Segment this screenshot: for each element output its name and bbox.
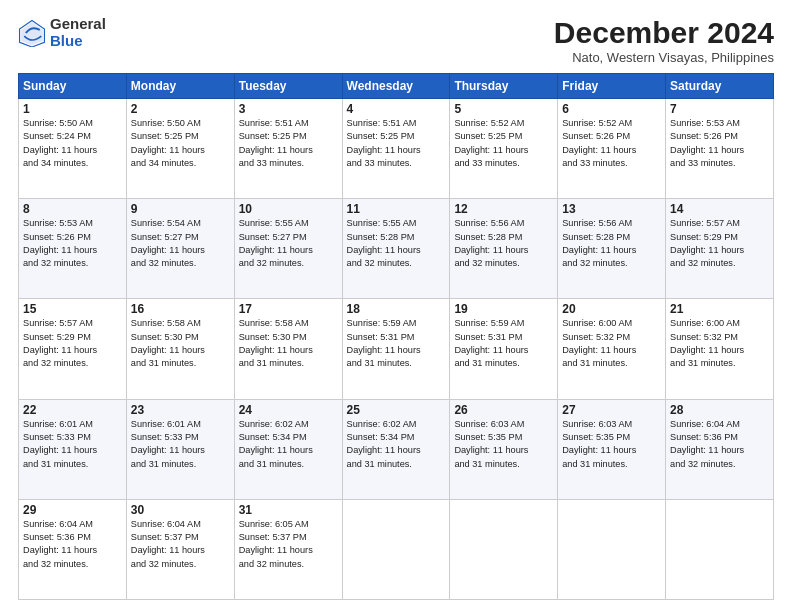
table-row: 25Sunrise: 6:02 AM Sunset: 5:34 PM Dayli… <box>342 399 450 499</box>
logo: General Blue <box>18 16 106 49</box>
day-info: Sunrise: 6:05 AM Sunset: 5:37 PM Dayligh… <box>239 518 338 571</box>
day-info: Sunrise: 6:03 AM Sunset: 5:35 PM Dayligh… <box>562 418 661 471</box>
table-row: 14Sunrise: 5:57 AM Sunset: 5:29 PM Dayli… <box>666 199 774 299</box>
day-info: Sunrise: 5:54 AM Sunset: 5:27 PM Dayligh… <box>131 217 230 270</box>
calendar-header-row: Sunday Monday Tuesday Wednesday Thursday… <box>19 74 774 99</box>
day-number: 1 <box>23 102 122 116</box>
table-row: 5Sunrise: 5:52 AM Sunset: 5:25 PM Daylig… <box>450 99 558 199</box>
day-info: Sunrise: 6:02 AM Sunset: 5:34 PM Dayligh… <box>239 418 338 471</box>
day-info: Sunrise: 5:59 AM Sunset: 5:31 PM Dayligh… <box>347 317 446 370</box>
day-number: 12 <box>454 202 553 216</box>
calendar-week-row: 1Sunrise: 5:50 AM Sunset: 5:24 PM Daylig… <box>19 99 774 199</box>
day-info: Sunrise: 5:51 AM Sunset: 5:25 PM Dayligh… <box>239 117 338 170</box>
subtitle: Nato, Western Visayas, Philippines <box>554 50 774 65</box>
table-row: 6Sunrise: 5:52 AM Sunset: 5:26 PM Daylig… <box>558 99 666 199</box>
day-number: 30 <box>131 503 230 517</box>
day-info: Sunrise: 6:02 AM Sunset: 5:34 PM Dayligh… <box>347 418 446 471</box>
day-info: Sunrise: 5:56 AM Sunset: 5:28 PM Dayligh… <box>562 217 661 270</box>
day-number: 2 <box>131 102 230 116</box>
day-info: Sunrise: 6:04 AM Sunset: 5:36 PM Dayligh… <box>23 518 122 571</box>
calendar-week-row: 15Sunrise: 5:57 AM Sunset: 5:29 PM Dayli… <box>19 299 774 399</box>
day-info: Sunrise: 5:57 AM Sunset: 5:29 PM Dayligh… <box>670 217 769 270</box>
day-info: Sunrise: 6:04 AM Sunset: 5:36 PM Dayligh… <box>670 418 769 471</box>
day-number: 16 <box>131 302 230 316</box>
table-row: 18Sunrise: 5:59 AM Sunset: 5:31 PM Dayli… <box>342 299 450 399</box>
day-number: 31 <box>239 503 338 517</box>
table-row: 24Sunrise: 6:02 AM Sunset: 5:34 PM Dayli… <box>234 399 342 499</box>
day-number: 21 <box>670 302 769 316</box>
table-row: 7Sunrise: 5:53 AM Sunset: 5:26 PM Daylig… <box>666 99 774 199</box>
day-number: 23 <box>131 403 230 417</box>
calendar-week-row: 22Sunrise: 6:01 AM Sunset: 5:33 PM Dayli… <box>19 399 774 499</box>
day-info: Sunrise: 6:00 AM Sunset: 5:32 PM Dayligh… <box>562 317 661 370</box>
header: General Blue December 2024 Nato, Western… <box>18 16 774 65</box>
day-number: 4 <box>347 102 446 116</box>
day-number: 19 <box>454 302 553 316</box>
table-row: 17Sunrise: 5:58 AM Sunset: 5:30 PM Dayli… <box>234 299 342 399</box>
title-area: December 2024 Nato, Western Visayas, Phi… <box>554 16 774 65</box>
day-info: Sunrise: 5:55 AM Sunset: 5:27 PM Dayligh… <box>239 217 338 270</box>
table-row: 15Sunrise: 5:57 AM Sunset: 5:29 PM Dayli… <box>19 299 127 399</box>
day-number: 29 <box>23 503 122 517</box>
table-row <box>666 499 774 599</box>
col-saturday: Saturday <box>666 74 774 99</box>
table-row: 30Sunrise: 6:04 AM Sunset: 5:37 PM Dayli… <box>126 499 234 599</box>
day-info: Sunrise: 6:00 AM Sunset: 5:32 PM Dayligh… <box>670 317 769 370</box>
table-row: 4Sunrise: 5:51 AM Sunset: 5:25 PM Daylig… <box>342 99 450 199</box>
table-row <box>558 499 666 599</box>
day-number: 6 <box>562 102 661 116</box>
day-number: 24 <box>239 403 338 417</box>
calendar-week-row: 8Sunrise: 5:53 AM Sunset: 5:26 PM Daylig… <box>19 199 774 299</box>
day-number: 5 <box>454 102 553 116</box>
table-row: 22Sunrise: 6:01 AM Sunset: 5:33 PM Dayli… <box>19 399 127 499</box>
day-number: 18 <box>347 302 446 316</box>
day-number: 10 <box>239 202 338 216</box>
day-info: Sunrise: 6:04 AM Sunset: 5:37 PM Dayligh… <box>131 518 230 571</box>
calendar-week-row: 29Sunrise: 6:04 AM Sunset: 5:36 PM Dayli… <box>19 499 774 599</box>
day-info: Sunrise: 6:03 AM Sunset: 5:35 PM Dayligh… <box>454 418 553 471</box>
col-wednesday: Wednesday <box>342 74 450 99</box>
day-info: Sunrise: 5:56 AM Sunset: 5:28 PM Dayligh… <box>454 217 553 270</box>
table-row: 27Sunrise: 6:03 AM Sunset: 5:35 PM Dayli… <box>558 399 666 499</box>
day-info: Sunrise: 5:58 AM Sunset: 5:30 PM Dayligh… <box>239 317 338 370</box>
day-number: 17 <box>239 302 338 316</box>
table-row: 31Sunrise: 6:05 AM Sunset: 5:37 PM Dayli… <box>234 499 342 599</box>
day-info: Sunrise: 5:57 AM Sunset: 5:29 PM Dayligh… <box>23 317 122 370</box>
day-number: 14 <box>670 202 769 216</box>
table-row: 8Sunrise: 5:53 AM Sunset: 5:26 PM Daylig… <box>19 199 127 299</box>
day-info: Sunrise: 5:53 AM Sunset: 5:26 PM Dayligh… <box>23 217 122 270</box>
day-number: 25 <box>347 403 446 417</box>
table-row: 13Sunrise: 5:56 AM Sunset: 5:28 PM Dayli… <box>558 199 666 299</box>
day-info: Sunrise: 5:59 AM Sunset: 5:31 PM Dayligh… <box>454 317 553 370</box>
table-row: 10Sunrise: 5:55 AM Sunset: 5:27 PM Dayli… <box>234 199 342 299</box>
day-info: Sunrise: 5:53 AM Sunset: 5:26 PM Dayligh… <box>670 117 769 170</box>
table-row: 3Sunrise: 5:51 AM Sunset: 5:25 PM Daylig… <box>234 99 342 199</box>
day-info: Sunrise: 5:52 AM Sunset: 5:26 PM Dayligh… <box>562 117 661 170</box>
table-row <box>450 499 558 599</box>
day-number: 11 <box>347 202 446 216</box>
day-info: Sunrise: 5:51 AM Sunset: 5:25 PM Dayligh… <box>347 117 446 170</box>
table-row: 28Sunrise: 6:04 AM Sunset: 5:36 PM Dayli… <box>666 399 774 499</box>
table-row: 9Sunrise: 5:54 AM Sunset: 5:27 PM Daylig… <box>126 199 234 299</box>
day-info: Sunrise: 5:50 AM Sunset: 5:24 PM Dayligh… <box>23 117 122 170</box>
day-number: 22 <box>23 403 122 417</box>
table-row: 2Sunrise: 5:50 AM Sunset: 5:25 PM Daylig… <box>126 99 234 199</box>
day-number: 7 <box>670 102 769 116</box>
day-number: 27 <box>562 403 661 417</box>
logo-general-text: General <box>50 16 106 33</box>
table-row: 11Sunrise: 5:55 AM Sunset: 5:28 PM Dayli… <box>342 199 450 299</box>
col-thursday: Thursday <box>450 74 558 99</box>
day-info: Sunrise: 5:52 AM Sunset: 5:25 PM Dayligh… <box>454 117 553 170</box>
day-number: 9 <box>131 202 230 216</box>
table-row: 1Sunrise: 5:50 AM Sunset: 5:24 PM Daylig… <box>19 99 127 199</box>
col-friday: Friday <box>558 74 666 99</box>
table-row <box>342 499 450 599</box>
day-number: 26 <box>454 403 553 417</box>
col-tuesday: Tuesday <box>234 74 342 99</box>
day-info: Sunrise: 5:58 AM Sunset: 5:30 PM Dayligh… <box>131 317 230 370</box>
logo-icon <box>18 19 46 47</box>
logo-blue-text: Blue <box>50 33 106 50</box>
table-row: 16Sunrise: 5:58 AM Sunset: 5:30 PM Dayli… <box>126 299 234 399</box>
table-row: 19Sunrise: 5:59 AM Sunset: 5:31 PM Dayli… <box>450 299 558 399</box>
day-info: Sunrise: 6:01 AM Sunset: 5:33 PM Dayligh… <box>23 418 122 471</box>
